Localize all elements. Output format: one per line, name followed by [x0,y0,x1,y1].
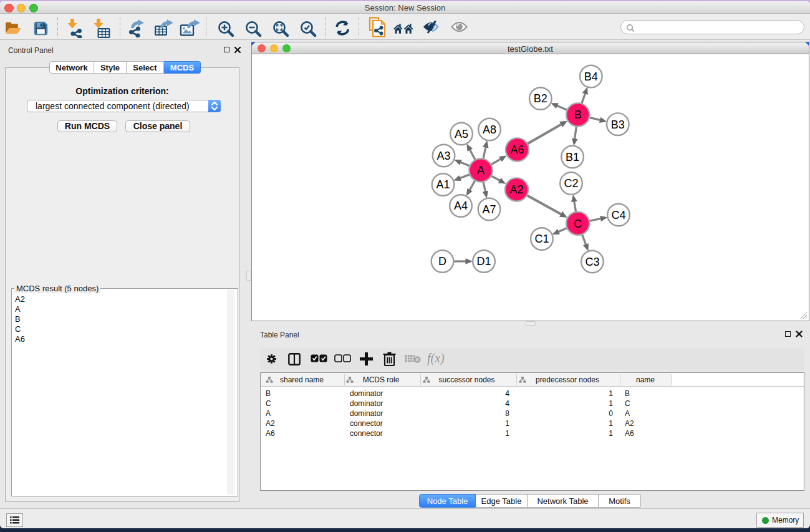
svg-text:A8: A8 [483,123,496,136]
svg-text:C2: C2 [564,177,578,190]
svg-text:A6: A6 [510,143,524,156]
svg-text:C1: C1 [534,233,549,245]
svg-text:C4: C4 [611,209,625,221]
svg-text:D1: D1 [476,255,491,268]
svg-text:A7: A7 [482,203,496,216]
svg-text:B: B [574,109,582,121]
svg-text:C: C [574,218,582,230]
svg-text:B2: B2 [534,92,547,105]
svg-text:C3: C3 [585,256,599,268]
svg-text:A3: A3 [436,150,450,162]
svg-text:B3: B3 [611,118,625,131]
svg-text:A2: A2 [509,183,523,196]
svg-text:B1: B1 [566,151,579,163]
svg-text:A4: A4 [454,200,468,212]
svg-text:D: D [438,255,446,268]
svg-text:A: A [477,164,485,177]
svg-text:B4: B4 [584,70,598,83]
svg-text:A5: A5 [455,128,468,140]
svg-text:A1: A1 [436,178,450,191]
